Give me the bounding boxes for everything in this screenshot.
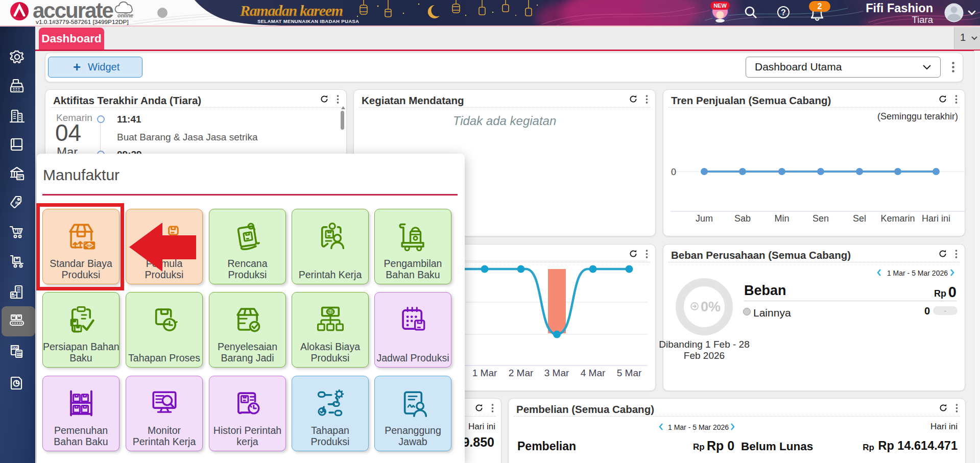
svg-text:2: 2 <box>818 2 822 11</box>
svg-text:Ramadan kareem: Ramadan kareem <box>240 2 343 19</box>
svg-text:5 Mar: 5 Mar <box>617 368 642 378</box>
svg-text:3 Mar: 3 Mar <box>544 368 569 378</box>
svg-text:Sab: Sab <box>734 213 751 224</box>
svg-text:Hari ini: Hari ini <box>922 213 950 224</box>
svg-text:Tiara: Tiara <box>912 14 934 25</box>
svg-text:Jum: Jum <box>696 213 713 224</box>
svg-text:Min: Min <box>774 213 789 224</box>
svg-text:0: 0 <box>671 167 676 177</box>
svg-text:NEW: NEW <box>713 3 727 9</box>
svg-text:?: ? <box>781 8 786 17</box>
svg-text:SELAMAT MENUNAIKAN IBADAH PUAS: SELAMAT MENUNAIKAN IBADAH PUASA <box>257 18 360 24</box>
svg-text:TAX: TAX <box>12 346 18 349</box>
svg-text:Rp: Rp <box>15 201 20 205</box>
svg-text:1 Mar: 1 Mar <box>472 368 497 378</box>
svg-text:Sel: Sel <box>853 213 866 224</box>
svg-text:2 Mar: 2 Mar <box>509 368 534 378</box>
svg-text:Sen: Sen <box>812 213 829 224</box>
svg-text:4 Mar: 4 Mar <box>581 368 606 378</box>
svg-text:Fifi Fashion: Fifi Fashion <box>866 2 933 15</box>
svg-text:Kemarin: Kemarin <box>880 213 915 224</box>
svg-text:0%: 0% <box>701 299 721 314</box>
svg-text:online: online <box>117 12 133 18</box>
svg-text:v1.0.1#3779-587261 [3499P12DP]: v1.0.1#3779-587261 [3499P12DP] <box>36 18 129 26</box>
